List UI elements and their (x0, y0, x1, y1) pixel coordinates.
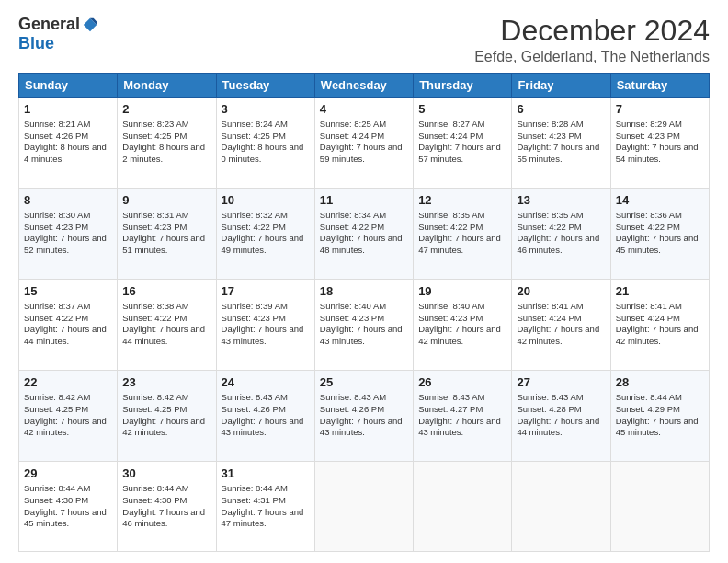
cell-details: Sunrise: 8:27 AMSunset: 4:24 PMDaylight:… (418, 119, 506, 166)
col-saturday: Saturday (610, 74, 709, 98)
day-number: 5 (418, 101, 506, 118)
cell-details: Sunrise: 8:25 AMSunset: 4:24 PMDaylight:… (320, 119, 408, 166)
table-row: 14Sunrise: 8:36 AMSunset: 4:22 PMDayligh… (610, 189, 709, 280)
day-number: 9 (122, 192, 210, 209)
day-number: 23 (122, 374, 210, 391)
calendar-row-3: 15Sunrise: 8:37 AMSunset: 4:22 PMDayligh… (19, 280, 710, 371)
main-title: December 2024 (474, 15, 710, 47)
table-row: 22Sunrise: 8:42 AMSunset: 4:25 PMDayligh… (19, 371, 118, 462)
day-number: 24 (222, 374, 310, 391)
day-number: 12 (418, 192, 506, 209)
table-row: 20Sunrise: 8:41 AMSunset: 4:24 PMDayligh… (512, 280, 610, 371)
calendar-row-1: 1Sunrise: 8:21 AMSunset: 4:26 PMDaylight… (19, 98, 710, 189)
table-row: 3Sunrise: 8:24 AMSunset: 4:25 PMDaylight… (216, 98, 314, 189)
day-number: 22 (24, 374, 112, 391)
logo: General Blue (18, 15, 98, 53)
calendar-row-5: 29Sunrise: 8:44 AMSunset: 4:30 PMDayligh… (19, 462, 710, 552)
table-row (512, 462, 610, 552)
day-number: 17 (222, 283, 310, 300)
table-row: 4Sunrise: 8:25 AMSunset: 4:24 PMDaylight… (314, 98, 413, 189)
cell-details: Sunrise: 8:29 AMSunset: 4:23 PMDaylight:… (616, 119, 704, 166)
cell-details: Sunrise: 8:35 AMSunset: 4:22 PMDaylight:… (517, 210, 605, 257)
logo-icon (82, 17, 98, 33)
table-row: 31Sunrise: 8:44 AMSunset: 4:31 PMDayligh… (216, 462, 314, 552)
logo-blue-text: Blue (18, 34, 54, 53)
cell-details: Sunrise: 8:44 AMSunset: 4:30 PMDaylight:… (24, 483, 112, 530)
day-number: 18 (320, 283, 408, 300)
table-row: 23Sunrise: 8:42 AMSunset: 4:25 PMDayligh… (118, 371, 216, 462)
cell-details: Sunrise: 8:42 AMSunset: 4:25 PMDaylight:… (24, 392, 112, 439)
day-number: 6 (517, 101, 605, 118)
col-friday: Friday (512, 74, 610, 98)
day-number: 19 (418, 283, 506, 300)
cell-details: Sunrise: 8:44 AMSunset: 4:30 PMDaylight:… (122, 483, 210, 530)
day-number: 7 (616, 101, 704, 118)
cell-details: Sunrise: 8:24 AMSunset: 4:25 PMDaylight:… (222, 119, 310, 166)
cell-details: Sunrise: 8:34 AMSunset: 4:22 PMDaylight:… (320, 210, 408, 257)
table-row (314, 462, 413, 552)
table-row: 18Sunrise: 8:40 AMSunset: 4:23 PMDayligh… (314, 280, 413, 371)
day-number: 3 (222, 101, 310, 118)
cell-details: Sunrise: 8:42 AMSunset: 4:25 PMDaylight:… (122, 392, 210, 439)
table-row: 9Sunrise: 8:31 AMSunset: 4:23 PMDaylight… (118, 189, 216, 280)
table-row: 8Sunrise: 8:30 AMSunset: 4:23 PMDaylight… (19, 189, 118, 280)
table-row: 29Sunrise: 8:44 AMSunset: 4:30 PMDayligh… (19, 462, 118, 552)
col-monday: Monday (118, 74, 216, 98)
calendar: Sunday Monday Tuesday Wednesday Thursday… (18, 73, 710, 552)
page: General Blue December 2024 Eefde, Gelder… (0, 0, 728, 563)
cell-details: Sunrise: 8:39 AMSunset: 4:23 PMDaylight:… (222, 301, 310, 348)
day-number: 10 (222, 192, 310, 209)
table-row (610, 462, 709, 552)
day-number: 8 (24, 192, 112, 209)
table-row: 6Sunrise: 8:28 AMSunset: 4:23 PMDaylight… (512, 98, 610, 189)
calendar-header-row: Sunday Monday Tuesday Wednesday Thursday… (19, 74, 710, 98)
cell-details: Sunrise: 8:43 AMSunset: 4:26 PMDaylight:… (222, 392, 310, 439)
table-row: 19Sunrise: 8:40 AMSunset: 4:23 PMDayligh… (414, 280, 512, 371)
day-number: 1 (24, 101, 112, 118)
header: General Blue December 2024 Eefde, Gelder… (18, 15, 710, 65)
day-number: 2 (122, 101, 210, 118)
day-number: 26 (418, 374, 506, 391)
day-number: 27 (517, 374, 605, 391)
cell-details: Sunrise: 8:32 AMSunset: 4:22 PMDaylight:… (222, 210, 310, 257)
table-row: 5Sunrise: 8:27 AMSunset: 4:24 PMDaylight… (414, 98, 512, 189)
table-row: 24Sunrise: 8:43 AMSunset: 4:26 PMDayligh… (216, 371, 314, 462)
table-row: 27Sunrise: 8:43 AMSunset: 4:28 PMDayligh… (512, 371, 610, 462)
table-row: 12Sunrise: 8:35 AMSunset: 4:22 PMDayligh… (414, 189, 512, 280)
subtitle: Eefde, Gelderland, The Netherlands (474, 49, 710, 65)
cell-details: Sunrise: 8:38 AMSunset: 4:22 PMDaylight:… (122, 301, 210, 348)
cell-details: Sunrise: 8:44 AMSunset: 4:29 PMDaylight:… (616, 392, 704, 439)
cell-details: Sunrise: 8:36 AMSunset: 4:22 PMDaylight:… (616, 210, 704, 257)
day-number: 28 (616, 374, 704, 391)
table-row: 7Sunrise: 8:29 AMSunset: 4:23 PMDaylight… (610, 98, 709, 189)
cell-details: Sunrise: 8:40 AMSunset: 4:23 PMDaylight:… (418, 301, 506, 348)
cell-details: Sunrise: 8:41 AMSunset: 4:24 PMDaylight:… (517, 301, 605, 348)
day-number: 15 (24, 283, 112, 300)
cell-details: Sunrise: 8:44 AMSunset: 4:31 PMDaylight:… (222, 483, 310, 530)
table-row: 21Sunrise: 8:41 AMSunset: 4:24 PMDayligh… (610, 280, 709, 371)
day-number: 31 (222, 465, 310, 482)
cell-details: Sunrise: 8:31 AMSunset: 4:23 PMDaylight:… (122, 210, 210, 257)
cell-details: Sunrise: 8:43 AMSunset: 4:28 PMDaylight:… (517, 392, 605, 439)
col-sunday: Sunday (19, 74, 118, 98)
cell-details: Sunrise: 8:21 AMSunset: 4:26 PMDaylight:… (24, 119, 112, 166)
table-row: 10Sunrise: 8:32 AMSunset: 4:22 PMDayligh… (216, 189, 314, 280)
day-number: 4 (320, 101, 408, 118)
day-number: 30 (122, 465, 210, 482)
title-section: December 2024 Eefde, Gelderland, The Net… (474, 15, 710, 65)
calendar-row-4: 22Sunrise: 8:42 AMSunset: 4:25 PMDayligh… (19, 371, 710, 462)
calendar-row-2: 8Sunrise: 8:30 AMSunset: 4:23 PMDaylight… (19, 189, 710, 280)
logo-general-text: General (18, 15, 80, 34)
col-tuesday: Tuesday (216, 74, 314, 98)
cell-details: Sunrise: 8:37 AMSunset: 4:22 PMDaylight:… (24, 301, 112, 348)
cell-details: Sunrise: 8:35 AMSunset: 4:22 PMDaylight:… (418, 210, 506, 257)
table-row: 13Sunrise: 8:35 AMSunset: 4:22 PMDayligh… (512, 189, 610, 280)
day-number: 20 (517, 283, 605, 300)
day-number: 14 (616, 192, 704, 209)
table-row: 17Sunrise: 8:39 AMSunset: 4:23 PMDayligh… (216, 280, 314, 371)
cell-details: Sunrise: 8:28 AMSunset: 4:23 PMDaylight:… (517, 119, 605, 166)
cell-details: Sunrise: 8:23 AMSunset: 4:25 PMDaylight:… (122, 119, 210, 166)
table-row: 26Sunrise: 8:43 AMSunset: 4:27 PMDayligh… (414, 371, 512, 462)
col-thursday: Thursday (414, 74, 512, 98)
table-row: 28Sunrise: 8:44 AMSunset: 4:29 PMDayligh… (610, 371, 709, 462)
